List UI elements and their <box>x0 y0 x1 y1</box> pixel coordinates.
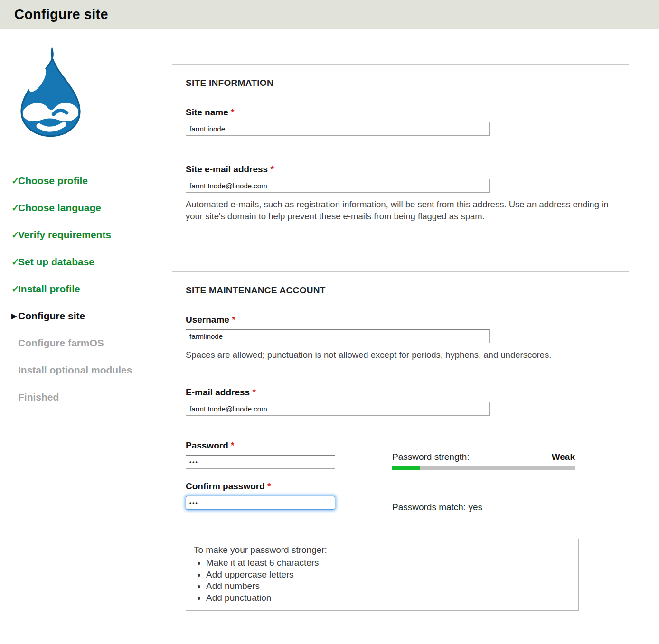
password-tip: Add numbers <box>206 580 571 592</box>
password-label: Password * <box>186 440 615 451</box>
password-strength-widget: Password strength: Weak <box>392 452 575 470</box>
password-area: Password * Confirm password * <box>186 440 615 523</box>
step-install-optional-modules: Install optional modules <box>0 356 172 383</box>
drupal-droplet-icon <box>12 47 88 139</box>
username-input[interactable] <box>186 329 490 343</box>
required-asterisk: * <box>231 107 234 117</box>
account-email-label: E-mail address * <box>186 387 615 398</box>
step-label: Set up database <box>18 256 94 268</box>
header-bar: Configure site <box>0 0 659 29</box>
password-tips-title: To make your password stronger: <box>194 544 571 556</box>
step-configure-farmos: Configure farmOS <box>0 329 172 356</box>
installer-step-list: ✓ Choose profile ✓ Choose language ✓ Ver… <box>0 167 172 411</box>
site-name-field: Site name * <box>186 107 615 136</box>
password-tip: Add uppercase letters <box>206 569 571 581</box>
password-tip: Make it at least 6 characters <box>206 557 571 569</box>
installer-sidebar: ✓ Choose profile ✓ Choose language ✓ Ver… <box>0 29 172 643</box>
password-strength-bar <box>392 466 575 470</box>
account-email-field: E-mail address * <box>186 387 615 416</box>
username-field: Username * Spaces are allowed; punctuati… <box>186 315 615 361</box>
password-strength-label: Password strength: <box>392 452 470 462</box>
step-label: Choose language <box>18 202 101 214</box>
password-strength-value: Weak <box>552 452 575 462</box>
site-name-label: Site name * <box>186 107 615 118</box>
configure-site-form: SITE INFORMATION Site name * Site e-mail… <box>172 64 629 643</box>
step-verify-requirements: ✓ Verify requirements <box>0 221 172 248</box>
password-tips-list: Make it at least 6 characters Add upperc… <box>206 557 571 604</box>
confirm-password-input[interactable] <box>186 496 335 510</box>
password-strength-bar-fill <box>392 466 420 470</box>
site-maintenance-account-legend: SITE MAINTENANCE ACCOUNT <box>186 285 615 296</box>
password-column: Password * Confirm password * <box>186 440 615 510</box>
step-choose-language: ✓ Choose language <box>0 194 172 221</box>
required-asterisk: * <box>232 315 235 325</box>
step-set-up-database: ✓ Set up database <box>0 248 172 275</box>
check-icon: ✓ <box>0 283 18 295</box>
check-icon: ✓ <box>0 256 18 268</box>
site-information-legend: SITE INFORMATION <box>186 78 615 88</box>
site-maintenance-account-fieldset: SITE MAINTENANCE ACCOUNT Username * Spac… <box>172 271 629 643</box>
step-label: Configure site <box>18 310 85 322</box>
passwords-match-text: Passwords match: yes <box>392 502 482 513</box>
content-area: ✓ Choose profile ✓ Choose language ✓ Ver… <box>0 29 659 643</box>
site-email-description: Automated e-mails, such as registration … <box>186 198 613 222</box>
required-asterisk: * <box>270 164 273 174</box>
step-label: Finished <box>18 392 59 403</box>
step-finished: Finished <box>0 383 172 411</box>
site-email-label: Site e-mail address * <box>186 164 615 175</box>
confirm-password-label: Confirm password * <box>186 481 615 492</box>
step-label: Configure farmOS <box>18 337 104 349</box>
password-input[interactable] <box>186 455 335 469</box>
password-tips-box: To make your password stronger: Make it … <box>186 539 579 611</box>
required-asterisk: * <box>252 387 255 397</box>
drupal-logo <box>12 47 88 139</box>
check-icon: ✓ <box>0 175 18 187</box>
page-title: Configure site <box>14 7 108 22</box>
check-icon: ✓ <box>0 229 18 241</box>
step-label: Install profile <box>18 283 80 295</box>
required-asterisk: * <box>231 440 234 450</box>
check-icon: ✓ <box>0 202 18 214</box>
site-email-input[interactable] <box>186 179 490 193</box>
step-choose-profile: ✓ Choose profile <box>0 167 172 194</box>
step-install-profile: ✓ Install profile <box>0 275 172 302</box>
account-email-input[interactable] <box>186 402 490 416</box>
required-asterisk: * <box>267 481 271 491</box>
username-description: Spaces are allowed; punctuation is not a… <box>186 349 613 361</box>
password-tip: Add punctuation <box>206 592 571 604</box>
step-label: Install optional modules <box>18 364 132 376</box>
site-information-fieldset: SITE INFORMATION Site name * Site e-mail… <box>172 64 629 259</box>
active-arrow-icon: ▶ <box>0 312 18 320</box>
site-email-field: Site e-mail address * Automated e-mails,… <box>186 164 615 222</box>
step-label: Verify requirements <box>18 229 111 241</box>
site-name-input[interactable] <box>186 122 490 136</box>
username-label: Username * <box>186 315 615 325</box>
step-label: Choose profile <box>18 175 88 187</box>
step-configure-site: ▶ Configure site <box>0 302 172 329</box>
